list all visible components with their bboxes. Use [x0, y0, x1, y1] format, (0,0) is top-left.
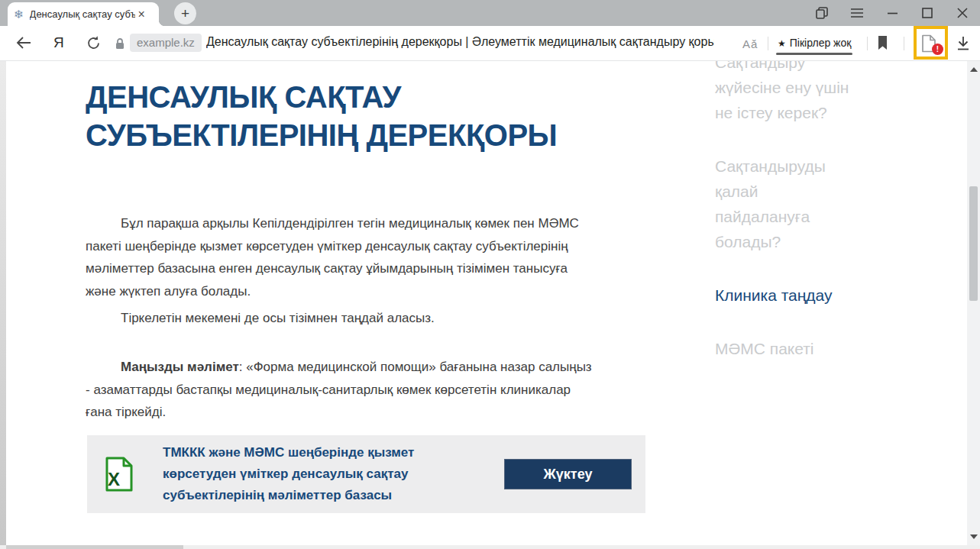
reviews-label: Пікірлер жоқ — [790, 37, 852, 49]
tab-bar: ❄ Денсаулық сақтау субъ × + — [0, 0, 980, 26]
scroll-up-arrow-icon[interactable] — [970, 67, 978, 72]
menu-icon[interactable] — [839, 0, 875, 26]
scroll-down-arrow-icon[interactable] — [970, 534, 978, 539]
star-icon: ★ — [778, 38, 786, 49]
bookmark-flag-icon[interactable] — [877, 36, 888, 50]
intro-paragraph: Бұл парақша арқылы Кепілдендірілген тегі… — [86, 212, 586, 302]
tabs-overview-icon[interactable] — [804, 0, 839, 26]
annotation-highlight-box — [914, 26, 948, 60]
svg-text:X: X — [108, 469, 120, 489]
vertical-scrollbar[interactable] — [967, 61, 980, 545]
close-window-button[interactable] — [945, 0, 980, 26]
translate-icon[interactable]: Aǎ — [742, 37, 758, 50]
browser-toolbar: Я example.kz Денсаулық сақтау субъектіле… — [0, 26, 980, 61]
right-sidebar-nav: Сақтандыру жүйесіне ену үшін не істеу ке… — [715, 61, 852, 389]
refresh-icon[interactable] — [86, 35, 102, 51]
file-title: ТМККК және МӘМС шеңберінде қызмет көрсет… — [163, 442, 434, 506]
minimize-button[interactable] — [875, 0, 910, 26]
important-note-paragraph: Маңызды мәлімет: «Форма медицинской помо… — [86, 356, 593, 424]
tab-close-icon[interactable]: × — [138, 8, 145, 21]
register-paragraph: Тіркелетін мекемені де осы тізімнен таңд… — [86, 307, 586, 330]
vertical-scrollbar-thumb[interactable] — [969, 186, 978, 301]
sidebar-item-how-to-use-insurance[interactable]: Сақтандыруды қалай пайдалануға болады? — [715, 153, 852, 254]
download-file-card: X ТМККК және МӘМС шеңберінде қызмет көрс… — [87, 435, 645, 513]
horizontal-scrollbar-thumb[interactable] — [6, 545, 183, 549]
back-icon[interactable] — [15, 35, 32, 50]
note-lead: Маңызды мәлімет — [121, 360, 239, 374]
page-heading: ДЕНСАУЛЫҚ САҚТАУ СУБЪЕКТІЛЕРІНІҢ ДЕРЕКҚО… — [86, 78, 628, 154]
url-domain-chip[interactable]: example.kz — [130, 34, 202, 52]
new-tab-button[interactable]: + — [174, 2, 196, 24]
web-page-viewport: ДЕНСАУЛЫҚ САҚТАУ СУБЪЕКТІЛЕРІНІҢ ДЕРЕКҚО… — [0, 61, 980, 549]
downloads-icon[interactable] — [956, 36, 970, 51]
page-left-edge — [0, 61, 6, 545]
omnibox-page-title[interactable]: Денсаулық сақтау субъектілерінің дерекқо… — [206, 35, 714, 49]
toolbar-divider — [904, 37, 904, 50]
sidebar-item-choose-clinic[interactable]: Клиника таңдау — [715, 283, 852, 308]
tab-title: Денсаулық сақтау субъ — [30, 8, 135, 20]
lock-icon[interactable] — [115, 37, 125, 50]
browser-tab[interactable]: ❄ Денсаулық сақтау субъ × — [8, 2, 159, 26]
site-favicon-snowflake-icon: ❄ — [14, 8, 24, 20]
window-controls — [804, 0, 980, 26]
toolbar-divider — [867, 37, 868, 50]
yandex-logo-icon[interactable]: Я — [53, 34, 64, 51]
sidebar-item-how-to-enter-insurance[interactable]: Сақтандыру жүйесіне ену үшін не істеу ке… — [715, 61, 852, 125]
reviews-button[interactable]: ★Пікірлер жоқ — [778, 37, 851, 49]
horizontal-scrollbar[interactable] — [0, 545, 980, 549]
maximize-button[interactable] — [910, 0, 945, 26]
excel-file-icon: X — [105, 457, 134, 492]
toolbar-divider — [768, 37, 768, 50]
download-button[interactable]: Жүктеу — [504, 459, 632, 489]
sidebar-item-msi-package[interactable]: МӘМС пакеті — [715, 336, 852, 361]
